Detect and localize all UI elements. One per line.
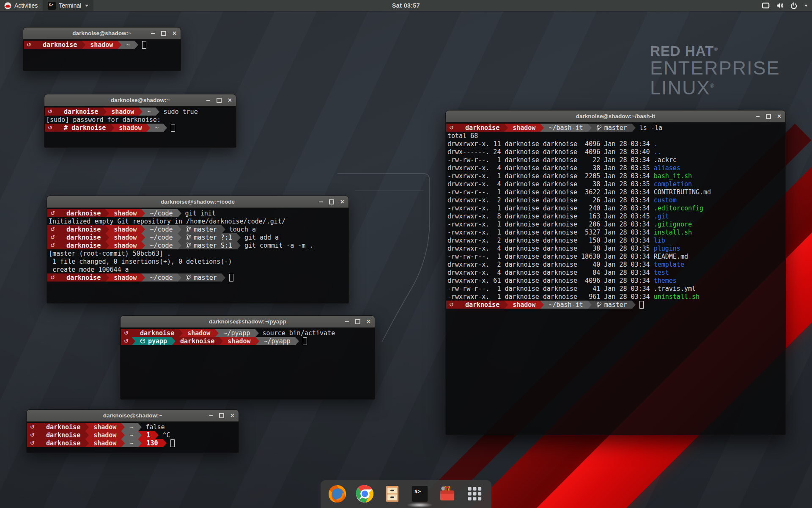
git-branch-icon: [186, 242, 192, 248]
prompt-segment-user: darknoise: [41, 423, 85, 431]
close-button[interactable]: ×: [228, 97, 232, 104]
activities-button[interactable]: Activities: [0, 0, 43, 11]
minimize-button[interactable]: [319, 202, 323, 202]
terminal-line: drwxrwxr-x. 11 darknoise darknoise 4096 …: [446, 140, 785, 148]
terminal-content[interactable]: ↺darknoiseshadow~/pyappsource bin/activa…: [121, 328, 375, 399]
titlebar[interactable]: darknoise@shadow:~/code ×: [47, 196, 348, 208]
terminal-content[interactable]: ↺darknoiseshadow~false↺darknoiseshadow~1…: [27, 422, 239, 453]
terminal-line: ↺darknoiseshadow~/codemaster S:1git comm…: [47, 241, 348, 249]
dock-firefox-icon[interactable]: [327, 484, 347, 504]
prompt-segment-path: ~/bash-it: [544, 301, 587, 309]
powerline-separator: [34, 41, 38, 49]
powerline-separator: [118, 41, 121, 49]
redhat-swirl-icon: ↺: [50, 242, 55, 248]
titlebar[interactable]: darknoise@shadow:~ ×: [27, 410, 239, 422]
output-text: 1 file changed, 0 insertions(+), 0 delet…: [47, 257, 232, 265]
terminal-line: -rwxrwxr-x. 1 darknoise darknoise 5327 J…: [446, 228, 785, 236]
minimize-button[interactable]: [345, 321, 349, 322]
powerline-separator: [105, 225, 109, 233]
powerline-separator: [134, 41, 138, 49]
maximize-button[interactable]: [219, 413, 224, 418]
close-button[interactable]: ×: [230, 412, 234, 419]
terminal-cursor: [170, 439, 175, 447]
titlebar[interactable]: darknoise@shadow:~/bash-it ×: [446, 110, 785, 122]
redhat-swirl-icon: ↺: [449, 124, 454, 131]
ls-entry-name: lib: [654, 236, 665, 244]
powerline-separator: [105, 233, 109, 241]
prompt-segment-icon: ↺: [121, 329, 132, 337]
redhat-swirl-icon: ↺: [50, 210, 55, 216]
powerline-separator: [138, 431, 142, 439]
terminal-line: Initialized empty Git repository in /hom…: [47, 217, 348, 225]
minimize-button[interactable]: [206, 100, 210, 101]
git-branch-icon: [596, 124, 602, 131]
power-icon[interactable]: [790, 2, 797, 9]
close-button[interactable]: ×: [777, 113, 781, 120]
close-button[interactable]: ×: [173, 30, 176, 37]
display-icon[interactable]: [762, 2, 770, 9]
terminal-cursor: [171, 124, 175, 132]
maximize-button[interactable]: [217, 98, 222, 103]
dock-files-icon[interactable]: [382, 484, 402, 504]
powerline-separator: [540, 301, 544, 309]
minimize-button[interactable]: [756, 116, 760, 117]
terminal-content[interactable]: ↺darknoiseshadow~: [23, 39, 181, 71]
ls-entry-name: aliases: [654, 164, 680, 172]
registered-mark: ®: [710, 83, 715, 89]
prompt-segment-branch: master ?:1: [181, 233, 237, 241]
powerline-separator: [222, 225, 225, 233]
chevron-down-icon[interactable]: [804, 5, 808, 7]
powerline-separator: [222, 273, 225, 282]
ls-entry-attributes: drwxrwxr-x. 8 darknoise darknoise 163 Ja…: [446, 212, 654, 220]
output-text: total 68: [446, 132, 478, 140]
focused-app-menu[interactable]: $> Terminal: [43, 0, 93, 11]
window-title: darknoise@shadow:~: [72, 30, 132, 36]
terminal-content[interactable]: ↺darknoiseshadow~sudo true[sudo] passwor…: [44, 106, 236, 147]
clock[interactable]: Sat 03:57: [392, 2, 420, 9]
dock-terminal-icon[interactable]: $>: [410, 484, 430, 504]
prompt-segment-branch: master: [592, 301, 632, 309]
close-button[interactable]: ×: [367, 318, 370, 325]
terminal-content[interactable]: ↺darknoiseshadow~/codegit initInitialize…: [47, 208, 348, 303]
git-branch-icon: [186, 226, 192, 232]
dock-toolbox-icon[interactable]: [437, 484, 457, 504]
powerline-separator: [237, 233, 241, 241]
titlebar[interactable]: darknoise@shadow:~ ×: [23, 28, 181, 39]
maximize-button[interactable]: [161, 31, 166, 36]
terminal-cursor: [229, 274, 233, 282]
prompt-segment-path: ~: [143, 108, 156, 116]
powerline-separator: [138, 439, 142, 447]
prompt-segment-host: shadow: [109, 241, 141, 249]
prompt-segment-host: shadow: [89, 439, 121, 447]
top-bar: Activities $> Terminal Sat 03:57: [0, 0, 812, 11]
prompt-segment-host: shadow: [114, 124, 146, 132]
activities-label: Activities: [14, 2, 38, 9]
maximize-button[interactable]: [329, 199, 334, 204]
prompt-segment-path: ~/code: [145, 233, 177, 241]
prompt-segment-host: shadow: [109, 273, 141, 282]
prompt-segment-user: darknoise: [461, 301, 504, 309]
close-button[interactable]: ×: [340, 199, 344, 205]
ls-entry-name: ..: [654, 148, 661, 156]
powerline-separator: [215, 329, 219, 337]
minimize-button[interactable]: [209, 415, 213, 416]
typed-command: git init: [185, 209, 216, 217]
titlebar[interactable]: darknoise@shadow:~/pyapp ×: [121, 316, 375, 328]
terminal-line: ↺darknoiseshadow~/bash-itmaster: [446, 301, 785, 309]
terminal-content[interactable]: ↺darknoiseshadow~/bash-itmasterls -latot…: [446, 122, 785, 435]
powerline-separator: [141, 209, 145, 217]
volume-icon[interactable]: [776, 2, 784, 9]
dock-app-grid-icon[interactable]: [465, 484, 485, 504]
powerline-separator: [132, 337, 135, 345]
maximize-button[interactable]: [766, 114, 771, 119]
ls-entry-name: .ackrc: [654, 156, 677, 164]
redhat-swirl-icon: ↺: [30, 440, 35, 446]
titlebar[interactable]: darknoise@shadow:~ ×: [44, 94, 236, 106]
minimize-button[interactable]: [151, 33, 155, 34]
powerline-separator: [219, 337, 223, 345]
ls-entry-attributes: drwxrwxr-x. 2 darknoise darknoise 150 Ja…: [446, 236, 654, 244]
chevron-down-icon: [85, 5, 88, 7]
prompt-segment-icon: ↺: [446, 124, 457, 132]
dock-chrome-icon[interactable]: [355, 484, 375, 504]
maximize-button[interactable]: [355, 319, 360, 324]
